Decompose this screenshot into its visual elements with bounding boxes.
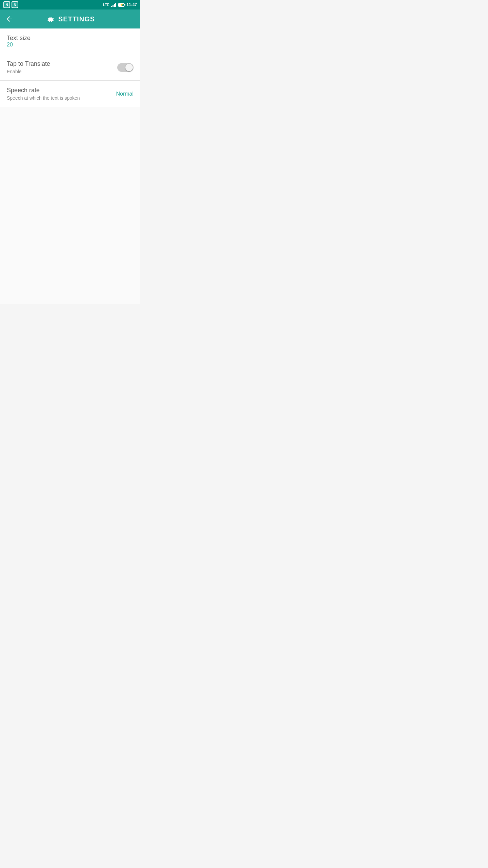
- back-button[interactable]: [5, 15, 14, 23]
- app-icon-1: N: [3, 1, 10, 8]
- speech-rate-value: Normal: [116, 91, 134, 97]
- signal-icon: [111, 2, 116, 7]
- speech-rate-setting[interactable]: Speech rate Speech at which the text is …: [0, 81, 140, 107]
- tap-to-translate-sublabel: Enable: [7, 69, 50, 74]
- toggle-track: [117, 63, 134, 72]
- toggle-thumb: [125, 64, 133, 71]
- tap-to-translate-label: Tap to Translate: [7, 60, 50, 67]
- speech-rate-label: Speech rate: [7, 87, 80, 94]
- tap-to-translate-row: Tap to Translate Enable: [7, 60, 134, 74]
- status-bar-right: LTE ⚡ 11:47: [103, 2, 137, 7]
- tap-to-translate-text: Tap to Translate Enable: [7, 60, 50, 74]
- svg-text:N: N: [14, 3, 16, 7]
- svg-text:N: N: [5, 3, 8, 7]
- text-size-value: 20: [7, 42, 134, 48]
- app-bar: SETTINGS: [0, 9, 140, 28]
- battery-icon: ⚡: [118, 3, 124, 7]
- app-icon-2: N: [12, 1, 18, 8]
- speech-rate-sublabel: Speech at which the text is spoken: [7, 95, 80, 101]
- clock: 11:47: [126, 2, 137, 7]
- lte-icon: LTE: [103, 3, 109, 7]
- battery-lightning: ⚡: [120, 3, 123, 6]
- text-size-setting[interactable]: Text size 20: [0, 28, 140, 54]
- app-bar-title-area: SETTINGS: [20, 14, 120, 24]
- status-bar-left: N N: [3, 1, 18, 8]
- text-size-label: Text size: [7, 35, 134, 42]
- speech-rate-row: Speech rate Speech at which the text is …: [7, 87, 134, 101]
- gear-icon: [45, 14, 55, 24]
- settings-content: Text size 20 Tap to Translate Enable Spe…: [0, 28, 140, 304]
- app-bar-title: SETTINGS: [58, 15, 95, 23]
- tap-to-translate-setting[interactable]: Tap to Translate Enable: [0, 54, 140, 80]
- speech-rate-text: Speech rate Speech at which the text is …: [7, 87, 80, 101]
- status-bar: N N LTE ⚡ 11:47: [0, 0, 140, 9]
- divider-3: [0, 107, 140, 107]
- tap-to-translate-toggle[interactable]: [117, 63, 134, 72]
